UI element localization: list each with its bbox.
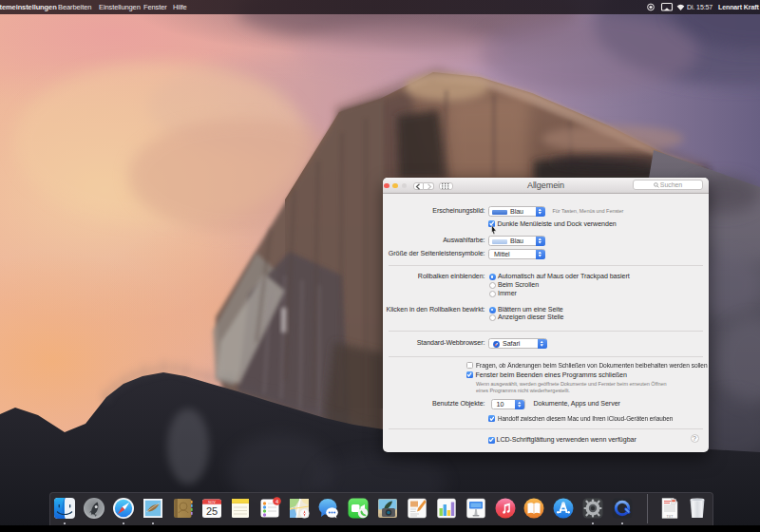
svg-text:25: 25 [205,505,217,517]
svg-text:TXT: TXT [666,514,674,518]
svg-text:NOV: NOV [208,500,216,504]
